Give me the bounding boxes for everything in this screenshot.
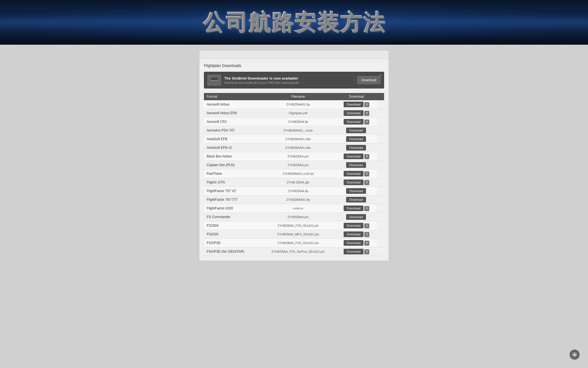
cell-filename: ZYHBZBAA01.efbr xyxy=(260,144,336,152)
simbrief-subtitle: Download and install all of your FMS fil… xyxy=(224,81,355,84)
cell-format: FS Commander xyxy=(204,213,260,221)
table-row: Flight1 GTNZYHB-ZBAA.gfpDownload? xyxy=(204,178,384,187)
simbrief-text: The SimBrief Downloader is now available… xyxy=(224,76,355,84)
simbrief-close-button[interactable]: × xyxy=(379,73,382,77)
cell-download: Download xyxy=(336,126,377,135)
content-area: Flightplan Downloads The SimBrief Downlo… xyxy=(0,45,588,368)
svg-rect-2 xyxy=(211,77,218,80)
page-title: 公司航路安装方法 xyxy=(203,8,385,37)
cell-download: Download xyxy=(336,187,377,195)
cell-format: Aerosoft Airbus EFB xyxy=(204,109,260,118)
scroll-to-top-button[interactable] xyxy=(570,350,580,360)
table-row: Black Box AirbusZYHBZBAA.plnDownload? xyxy=(204,152,384,161)
download-button[interactable]: Download xyxy=(346,162,366,168)
cell-filename: ZYHBZBAA_FSX_NoProc_05Jul21.pln xyxy=(260,247,336,256)
download-button[interactable]: Download xyxy=(346,188,366,194)
table-row: FlightFactor 767-777ZYHBZBAA01.flpDownlo… xyxy=(204,195,384,204)
cell-format: AivlaSoft EFB xyxy=(204,135,260,144)
cell-format: Aerosoft CRJ xyxy=(204,118,260,126)
download-button[interactable]: Download xyxy=(344,180,363,185)
help-icon[interactable]: ? xyxy=(364,111,369,116)
table-row: FSX/P3DZYHBZBAA_FSX_05Jul21.plnDownload? xyxy=(204,239,384,247)
table-header-row: Format Filename Download xyxy=(204,93,384,100)
help-icon[interactable]: ? xyxy=(364,249,369,254)
table-row: Aerosoft CRJZYHBZBAA.flpDownload? xyxy=(204,118,384,126)
col-help xyxy=(377,93,384,100)
cell-format: Aerosoft Airbus xyxy=(204,100,260,109)
cell-filename: ZYHBZBAA_FS9_05Jul21.pln xyxy=(260,221,336,230)
simbrief-title: The SimBrief Downloader is now available… xyxy=(224,76,355,80)
cell-download: Download? xyxy=(336,152,377,161)
cell-format: Flight1 GTN xyxy=(204,178,260,187)
help-icon[interactable]: ? xyxy=(364,241,369,246)
cell-filename: ZYHBZBAA01.flp xyxy=(260,100,336,109)
cell-filename: ZYHB-ZBAA.gfp xyxy=(260,178,336,187)
cell-filename: ZYHBZBAA.flp xyxy=(260,118,336,126)
download-button[interactable]: Download xyxy=(346,197,366,202)
table-row: FS2004ZYHBZBAA_FS9_05Jul21.plnDownload? xyxy=(204,221,384,230)
table-row: FSX/P3D (No SID/STAR)ZYHBZBAA_FSX_NoProc… xyxy=(204,247,384,256)
cell-format: FlightFactor A320 xyxy=(204,204,260,213)
table-row: AivlaSoft EFB v2ZYHBZBAA01.efbrDownload xyxy=(204,144,384,152)
download-button[interactable]: Download xyxy=(344,154,363,159)
table-row: Aerowinx PSX 747ZYHBZBAA01_,routeDownloa… xyxy=(204,126,384,135)
cell-download: Download? xyxy=(336,169,377,178)
download-button[interactable]: Download xyxy=(344,205,363,211)
cell-filename: corte.in xyxy=(260,204,336,213)
help-icon[interactable]: ? xyxy=(364,180,369,185)
top-bar xyxy=(199,51,389,59)
cell-filename: ZYHBZBAA01.flp xyxy=(260,195,336,204)
col-filename: Filename xyxy=(260,93,336,100)
cell-download: Download? xyxy=(336,247,377,256)
cell-download: Download? xyxy=(336,178,377,187)
table-row: FS2020ZYHBZBAA_MFS_05Jul21.plnDownload? xyxy=(204,230,384,239)
cell-filename: ZYHBZBAA.pln xyxy=(260,213,336,221)
help-icon[interactable]: ? xyxy=(364,120,369,125)
download-button[interactable]: Download xyxy=(344,223,363,228)
col-format: Format xyxy=(204,93,260,100)
cell-format: AivlaSoft EFB v2 xyxy=(204,144,260,152)
cell-download: Download xyxy=(336,213,377,221)
help-icon[interactable]: ? xyxy=(364,154,369,159)
download-button[interactable]: Download xyxy=(346,214,366,220)
help-icon[interactable]: ? xyxy=(364,171,369,176)
cell-download: Download? xyxy=(336,118,377,126)
download-button[interactable]: Download xyxy=(344,240,363,246)
table-row: FeelThereZYHBZBAA01.nz2k.fplDownload? xyxy=(204,169,384,178)
cell-download: Download? xyxy=(336,239,377,247)
downloads-table: Format Filename Download Aerosoft Airbus… xyxy=(204,93,384,256)
cell-filename: Flightplan.pdf xyxy=(260,109,336,118)
simbrief-banner: The SimBrief Downloader is now available… xyxy=(204,72,384,89)
section-title: Flightplan Downloads xyxy=(204,63,384,68)
cell-filename: ZYHBZBAA.pln xyxy=(260,161,336,169)
cell-download: Download? xyxy=(336,204,377,213)
cell-download: Download? xyxy=(336,221,377,230)
cell-download: Download? xyxy=(336,230,377,239)
help-icon[interactable]: ? xyxy=(364,223,369,228)
help-icon[interactable]: ? xyxy=(364,102,369,107)
download-button[interactable]: Download xyxy=(346,145,366,150)
simbrief-download-button[interactable]: Download xyxy=(357,76,380,84)
download-button[interactable]: Download xyxy=(344,231,363,237)
help-icon[interactable]: ? xyxy=(364,232,369,237)
download-button[interactable]: Download xyxy=(344,110,363,116)
table-row: Aerosoft AirbusZYHBZBAA01.flpDownload? xyxy=(204,100,384,109)
download-button[interactable]: Download xyxy=(344,119,363,125)
cell-download: Download xyxy=(336,195,377,204)
table-row: FlightFactor 757 V2ZYHBZBAA.flpDownload xyxy=(204,187,384,195)
help-icon[interactable]: ? xyxy=(364,206,369,211)
download-button[interactable]: Download xyxy=(344,171,363,176)
cell-filename: ZYHBZBAA01_,route xyxy=(260,126,336,135)
download-button[interactable]: Download xyxy=(346,128,366,133)
table-row: FlightFactor A320corte.inDownload? xyxy=(204,204,384,213)
header-banner: 公司航路安装方法 xyxy=(0,0,588,45)
download-button[interactable]: Download xyxy=(344,249,363,254)
simbrief-icon xyxy=(208,75,221,85)
cell-filename: ZYHBZBAA.flp xyxy=(260,187,336,195)
cell-filename: ZYHBZBAA_FSX_05Jul21.pln xyxy=(260,239,336,247)
cell-download: Download xyxy=(336,135,377,144)
download-button[interactable]: Download xyxy=(344,102,363,107)
flightplan-section: Flightplan Downloads The SimBrief Downlo… xyxy=(199,59,389,261)
cell-download: Download? xyxy=(336,100,377,109)
download-button[interactable]: Download xyxy=(346,136,366,142)
